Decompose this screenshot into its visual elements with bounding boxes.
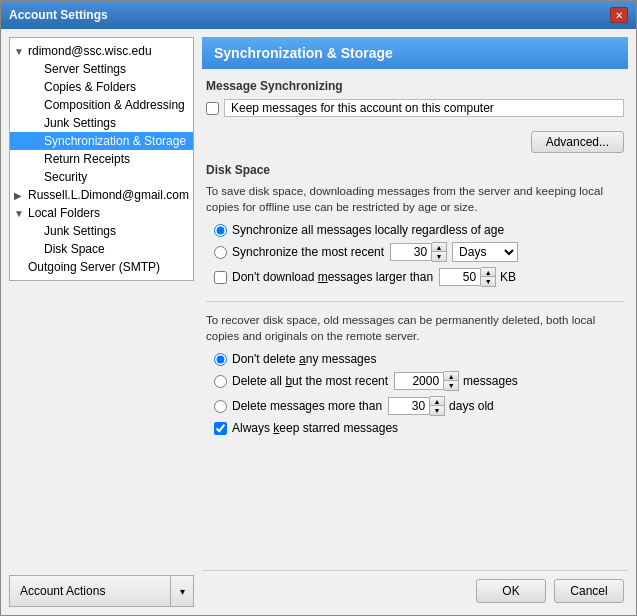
sidebar-item-sync-storage[interactable]: Synchronization & Storage — [10, 132, 193, 150]
sidebar-item-return-receipts[interactable]: Return Receipts — [10, 150, 193, 168]
sync-recent-radio[interactable] — [214, 246, 227, 259]
sidebar-item-copies-folders[interactable]: Copies & Folders — [10, 78, 193, 96]
dont-download-label[interactable]: Don't download messages larger than — [232, 270, 433, 284]
dont-delete-label[interactable]: Don't delete any messages — [232, 352, 376, 366]
sync-recent-spinner: ▲ ▼ — [390, 242, 447, 262]
account-actions-button[interactable]: Account Actions — [10, 576, 171, 606]
expand-icon-russell: ▶ — [14, 190, 28, 201]
delete-all-but-input[interactable] — [394, 372, 444, 390]
keep-messages-checkbox[interactable] — [206, 102, 219, 115]
ok-button[interactable]: OK — [476, 579, 546, 603]
dont-download-down-button[interactable]: ▼ — [481, 277, 495, 286]
advanced-button[interactable]: Advanced... — [531, 131, 624, 153]
sidebar-item-label: Russell.L.Dimond@gmail.com — [28, 188, 189, 202]
sidebar-item-label: Composition & Addressing — [44, 98, 185, 112]
sidebar-item-security[interactable]: Security — [10, 168, 193, 186]
always-keep-starred-row: Always keep starred messages — [206, 421, 624, 435]
sidebar-item-label: Junk Settings — [44, 116, 116, 130]
dont-download-checkbox[interactable] — [214, 271, 227, 284]
dont-delete-row: Don't delete any messages — [206, 352, 624, 366]
delete-all-but-down-button[interactable]: ▼ — [444, 381, 458, 390]
sync-all-label[interactable]: Synchronize all messages locally regardl… — [232, 223, 504, 237]
message-sync-label: Message Synchronizing — [206, 79, 624, 93]
delete-all-but-radio[interactable] — [214, 375, 227, 388]
sidebar-wrapper: ▼ rdimond@ssc.wisc.edu Server Settings C… — [9, 37, 194, 607]
dont-download-up-button[interactable]: ▲ — [481, 268, 495, 277]
sync-recent-label[interactable]: Synchronize the most recent — [232, 245, 384, 259]
sidebar-item-label: rdimond@ssc.wisc.edu — [28, 44, 152, 58]
sidebar-item-russell[interactable]: ▶ Russell.L.Dimond@gmail.com — [10, 186, 193, 204]
sidebar-item-rdimond[interactable]: ▼ rdimond@ssc.wisc.edu — [10, 42, 193, 60]
sidebar-item-server-settings[interactable]: Server Settings — [10, 60, 193, 78]
dont-download-spinner-btns: ▲ ▼ — [481, 267, 496, 287]
sync-all-radio[interactable] — [214, 224, 227, 237]
always-keep-starred-label[interactable]: Always keep starred messages — [232, 421, 398, 435]
expand-icon-rdimond: ▼ — [14, 46, 28, 57]
account-actions-bar: Account Actions ▾ — [9, 575, 194, 607]
message-sync-section: Message Synchronizing Keep messages for … — [206, 79, 624, 117]
delete-more-than-spinner-btns: ▲ ▼ — [430, 396, 445, 416]
sidebar-item-label: Disk Space — [44, 242, 105, 256]
dont-download-unit: KB — [500, 270, 516, 284]
sidebar-item-junk-settings2[interactable]: Junk Settings — [10, 222, 193, 240]
sync-all-row: Synchronize all messages locally regardl… — [206, 223, 624, 237]
sync-recent-down-button[interactable]: ▼ — [432, 252, 446, 261]
account-actions-dropdown-button[interactable]: ▾ — [171, 576, 193, 606]
sidebar-item-outgoing-smtp[interactable]: Outgoing Server (SMTP) — [10, 258, 193, 276]
delete-more-than-label[interactable]: Delete messages more than — [232, 399, 382, 413]
window-title: Account Settings — [9, 8, 108, 22]
advanced-btn-row: Advanced... — [206, 131, 624, 153]
cancel-button[interactable]: Cancel — [554, 579, 624, 603]
delete-all-but-spinner: ▲ ▼ — [394, 371, 459, 391]
sidebar-item-composition[interactable]: Composition & Addressing — [10, 96, 193, 114]
delete-more-than-up-button[interactable]: ▲ — [430, 397, 444, 406]
panel-title: Synchronization & Storage — [202, 37, 628, 69]
sync-recent-spinner-btns: ▲ ▼ — [432, 242, 447, 262]
sidebar-item-label: Local Folders — [28, 206, 100, 220]
title-bar: Account Settings ✕ — [1, 1, 636, 29]
delete-all-but-up-button[interactable]: ▲ — [444, 372, 458, 381]
delete-more-than-input[interactable] — [388, 397, 430, 415]
dont-download-input[interactable] — [439, 268, 481, 286]
sync-recent-up-button[interactable]: ▲ — [432, 243, 446, 252]
delete-more-than-down-button[interactable]: ▼ — [430, 406, 444, 415]
sidebar-item-label: Junk Settings — [44, 224, 116, 238]
delete-all-but-row: Delete all but the most recent ▲ ▼ messa… — [206, 371, 624, 391]
keep-messages-label[interactable]: Keep messages for this account on this c… — [224, 99, 624, 117]
disk-space-section: Disk Space To save disk space, downloadi… — [206, 163, 624, 287]
disk-space-desc: To save disk space, downloading messages… — [206, 183, 624, 215]
sidebar-item-local-folders[interactable]: ▼ Local Folders — [10, 204, 193, 222]
account-settings-window: Account Settings ✕ ▼ rdimond@ssc.wisc.ed… — [0, 0, 637, 616]
dont-download-row: Don't download messages larger than ▲ ▼ … — [206, 267, 624, 287]
sidebar-item-junk-settings[interactable]: Junk Settings — [10, 114, 193, 132]
sidebar-item-label: Server Settings — [44, 62, 126, 76]
recovery-section: To recover disk space, old messages can … — [206, 312, 624, 435]
dont-download-spinner: ▲ ▼ — [439, 267, 496, 287]
sync-recent-unit-select[interactable]: Days Weeks Months — [452, 242, 518, 262]
recover-desc: To recover disk space, old messages can … — [206, 312, 624, 344]
delete-more-than-radio[interactable] — [214, 400, 227, 413]
delete-all-but-spinner-btns: ▲ ▼ — [444, 371, 459, 391]
sidebar-item-label: Synchronization & Storage — [44, 134, 186, 148]
footer-buttons: OK Cancel — [202, 570, 628, 607]
expand-icon-local: ▼ — [14, 208, 28, 219]
disk-space-label: Disk Space — [206, 163, 624, 177]
delete-more-than-unit: days old — [449, 399, 494, 413]
sync-recent-row: Synchronize the most recent ▲ ▼ Days Wee… — [206, 242, 624, 262]
panel-body: Message Synchronizing Keep messages for … — [202, 79, 628, 566]
close-button[interactable]: ✕ — [610, 7, 628, 23]
delete-more-than-spinner: ▲ ▼ — [388, 396, 445, 416]
sidebar-item-label: Return Receipts — [44, 152, 130, 166]
delete-all-but-label[interactable]: Delete all but the most recent — [232, 374, 388, 388]
sidebar-item-label: Copies & Folders — [44, 80, 136, 94]
sync-recent-input[interactable] — [390, 243, 432, 261]
window-body: ▼ rdimond@ssc.wisc.edu Server Settings C… — [1, 29, 636, 615]
sidebar-item-label: Security — [44, 170, 87, 184]
sidebar-tree: ▼ rdimond@ssc.wisc.edu Server Settings C… — [9, 37, 194, 281]
sidebar-item-disk-space[interactable]: Disk Space — [10, 240, 193, 258]
dont-delete-radio[interactable] — [214, 353, 227, 366]
delete-more-than-row: Delete messages more than ▲ ▼ days old — [206, 396, 624, 416]
divider — [206, 301, 624, 302]
always-keep-starred-checkbox[interactable] — [214, 422, 227, 435]
delete-all-but-unit: messages — [463, 374, 518, 388]
